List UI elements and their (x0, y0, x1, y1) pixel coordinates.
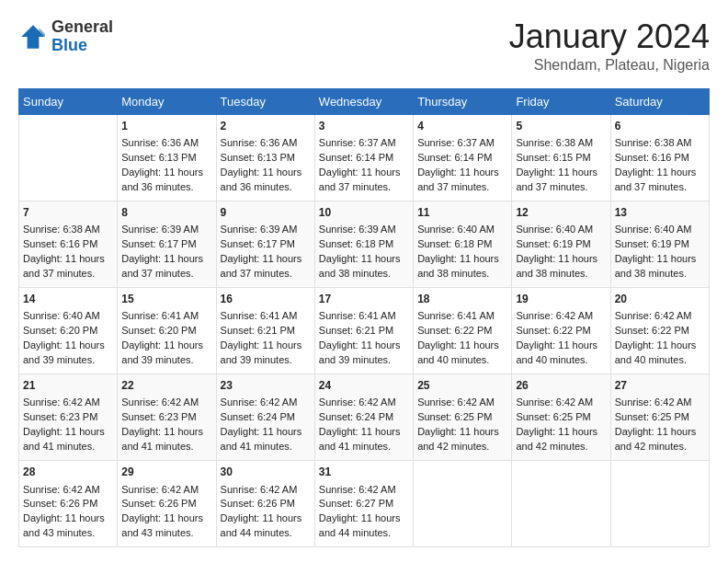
calendar-day-cell: 20Sunrise: 6:42 AMSunset: 6:22 PMDayligh… (610, 287, 709, 373)
day-number: 12 (516, 205, 606, 221)
day-info-line: Sunrise: 6:42 AM (417, 396, 507, 410)
calendar-day-cell: 27Sunrise: 6:42 AMSunset: 6:25 PMDayligh… (610, 374, 709, 461)
day-info-line: and 44 minutes. (319, 526, 409, 541)
day-info-line: and 37 minutes. (319, 180, 409, 195)
day-number: 26 (516, 378, 606, 394)
calendar-day-cell: 19Sunrise: 6:42 AMSunset: 6:22 PMDayligh… (512, 287, 610, 373)
day-number: 29 (121, 465, 211, 480)
day-info-line: Sunset: 6:24 PM (319, 410, 409, 425)
day-info-line: and 37 minutes. (221, 267, 311, 282)
day-info-line: Sunrise: 6:37 AM (417, 136, 507, 151)
calendar-week-row: 1Sunrise: 6:36 AMSunset: 6:13 PMDaylight… (19, 114, 710, 201)
day-info-line: and 40 minutes. (516, 353, 606, 368)
day-info-line: Sunrise: 6:41 AM (319, 309, 409, 324)
col-header-tuesday: Tuesday (216, 88, 314, 114)
day-info-line: Sunrise: 6:41 AM (417, 309, 507, 324)
calendar-day-cell: 1Sunrise: 6:36 AMSunset: 6:13 PMDaylight… (118, 114, 216, 201)
day-info-line: Sunset: 6:27 PM (319, 497, 409, 511)
day-info-line: Sunrise: 6:40 AM (23, 309, 113, 324)
day-info-line: Daylight: 11 hours (516, 425, 606, 440)
calendar-day-cell: 29Sunrise: 6:42 AMSunset: 6:26 PMDayligh… (118, 461, 216, 547)
day-number: 16 (221, 292, 311, 307)
col-header-saturday: Saturday (610, 88, 709, 114)
calendar-empty-cell (19, 114, 118, 201)
day-info-line: Sunset: 6:23 PM (23, 410, 113, 425)
col-header-monday: Monday (118, 88, 216, 114)
day-info-line: Daylight: 11 hours (417, 425, 507, 440)
day-number: 19 (516, 292, 606, 307)
day-info-line: Sunset: 6:26 PM (23, 497, 113, 511)
day-number: 3 (319, 119, 409, 134)
day-info-line: Sunset: 6:22 PM (615, 324, 705, 339)
svg-marker-0 (21, 25, 45, 49)
day-info-line: Sunset: 6:17 PM (121, 237, 211, 252)
day-info-line: and 37 minutes. (121, 267, 211, 282)
day-number: 13 (615, 205, 705, 221)
calendar-day-cell: 21Sunrise: 6:42 AMSunset: 6:23 PMDayligh… (19, 374, 118, 461)
calendar-day-cell: 15Sunrise: 6:41 AMSunset: 6:20 PMDayligh… (118, 287, 216, 373)
day-info-line: and 40 minutes. (615, 353, 705, 368)
calendar-day-cell: 8Sunrise: 6:39 AMSunset: 6:17 PMDaylight… (118, 201, 216, 287)
day-info-line: Sunset: 6:19 PM (615, 237, 705, 252)
day-info-line: and 39 minutes. (121, 353, 211, 368)
day-info-line: Daylight: 11 hours (417, 166, 507, 180)
day-info-line: and 42 minutes. (615, 440, 705, 454)
day-info-line: Sunset: 6:14 PM (319, 151, 409, 166)
calendar-header-row: SundayMondayTuesdayWednesdayThursdayFrid… (19, 88, 710, 114)
day-info-line: and 42 minutes. (516, 440, 606, 454)
day-info-line: and 37 minutes. (516, 180, 606, 195)
calendar-day-cell: 26Sunrise: 6:42 AMSunset: 6:25 PMDayligh… (512, 374, 610, 461)
day-info-line: Sunset: 6:20 PM (23, 324, 113, 339)
month-year-title: January 2024 (509, 18, 710, 55)
day-info-line: and 38 minutes. (615, 267, 705, 282)
day-info-line: Sunset: 6:16 PM (615, 151, 705, 166)
day-info-line: Sunrise: 6:42 AM (615, 309, 705, 324)
day-number: 1 (121, 119, 211, 134)
calendar-day-cell: 18Sunrise: 6:41 AMSunset: 6:22 PMDayligh… (414, 287, 512, 373)
day-info-line: Sunset: 6:21 PM (319, 324, 409, 339)
day-info-line: Sunrise: 6:39 AM (319, 223, 409, 237)
day-number: 31 (319, 465, 409, 480)
day-number: 23 (221, 378, 311, 394)
day-info-line: Sunrise: 6:42 AM (516, 309, 606, 324)
day-number: 7 (23, 205, 113, 221)
calendar-day-cell: 22Sunrise: 6:42 AMSunset: 6:23 PMDayligh… (118, 374, 216, 461)
day-number: 11 (417, 205, 507, 221)
day-info-line: Daylight: 11 hours (417, 252, 507, 267)
day-info-line: Daylight: 11 hours (516, 339, 606, 353)
day-info-line: Sunset: 6:13 PM (121, 151, 211, 166)
calendar-day-cell: 11Sunrise: 6:40 AMSunset: 6:18 PMDayligh… (414, 201, 512, 287)
day-info-line: Sunset: 6:15 PM (516, 151, 606, 166)
logo-general-text: General (51, 18, 113, 37)
day-info-line: Daylight: 11 hours (319, 252, 409, 267)
day-info-line: and 43 minutes. (121, 526, 211, 541)
day-number: 10 (319, 205, 409, 221)
day-info-line: Sunset: 6:23 PM (121, 410, 211, 425)
day-info-line: Sunrise: 6:42 AM (615, 396, 705, 410)
page-header: General Blue January 2024 Shendam, Plate… (18, 18, 710, 74)
day-info-line: Daylight: 11 hours (121, 339, 211, 353)
day-info-line: Sunrise: 6:39 AM (121, 223, 211, 237)
day-info-line: Daylight: 11 hours (417, 339, 507, 353)
day-info-line: Sunrise: 6:38 AM (23, 223, 113, 237)
day-number: 15 (121, 292, 211, 307)
day-info-line: and 36 minutes. (121, 180, 211, 195)
day-info-line: and 44 minutes. (221, 526, 311, 541)
day-info-line: Sunset: 6:22 PM (417, 324, 507, 339)
day-info-line: Daylight: 11 hours (121, 166, 211, 180)
day-info-line: Daylight: 11 hours (23, 511, 113, 526)
calendar-week-row: 14Sunrise: 6:40 AMSunset: 6:20 PMDayligh… (19, 287, 710, 373)
day-number: 20 (615, 292, 705, 307)
day-info-line: and 37 minutes. (417, 180, 507, 195)
calendar-week-row: 21Sunrise: 6:42 AMSunset: 6:23 PMDayligh… (19, 374, 710, 461)
day-info-line: Sunrise: 6:36 AM (221, 136, 311, 151)
day-info-line: Sunset: 6:22 PM (516, 324, 606, 339)
day-info-line: Sunrise: 6:42 AM (121, 483, 211, 498)
calendar-day-cell: 5Sunrise: 6:38 AMSunset: 6:15 PMDaylight… (512, 114, 610, 201)
day-info-line: Sunrise: 6:38 AM (615, 136, 705, 151)
day-info-line: Sunrise: 6:40 AM (417, 223, 507, 237)
day-info-line: Sunset: 6:25 PM (615, 410, 705, 425)
day-info-line: Sunrise: 6:39 AM (221, 223, 311, 237)
calendar-day-cell: 28Sunrise: 6:42 AMSunset: 6:26 PMDayligh… (19, 461, 118, 547)
day-info-line: Sunset: 6:18 PM (417, 237, 507, 252)
